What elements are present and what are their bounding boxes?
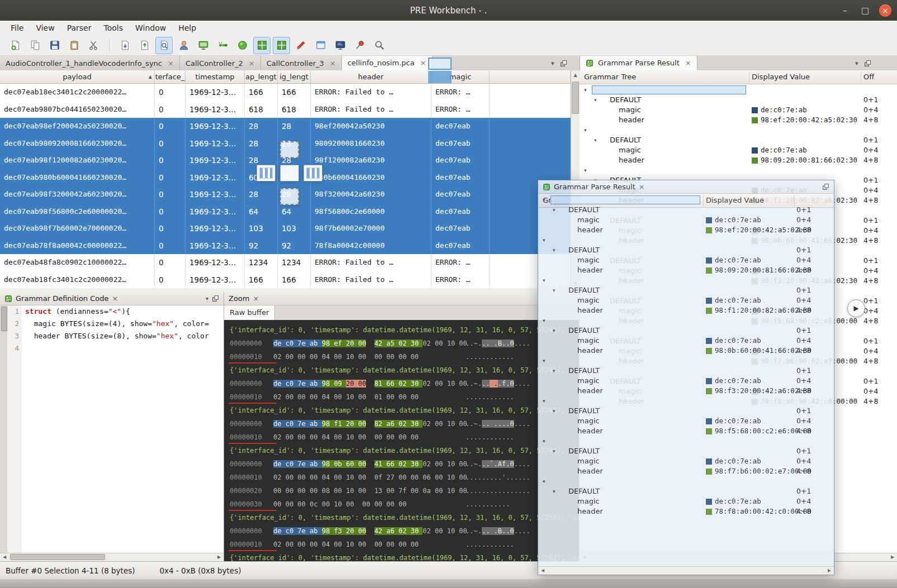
tree-row-magic[interactable]: magicde:c0:7e:ab0+4	[580, 145, 897, 155]
float-panel-icon[interactable]	[560, 60, 567, 67]
chevron-down-icon[interactable]: ▾	[553, 486, 556, 496]
hex-line[interactable]: 00000000de c0 7e ab 98 09 20 00 81 66 02…	[224, 377, 579, 390]
scroll-right-icon[interactable]: ▶	[215, 553, 224, 561]
scroll-right-icon[interactable]: ▶	[825, 567, 834, 574]
tree-row-magic[interactable]: magicde:c0:7e:ab0+4	[538, 416, 834, 426]
float-panel-icon[interactable]	[864, 60, 871, 67]
toolbar-parse-selection[interactable]	[273, 37, 290, 54]
chevron-down-icon[interactable]: ▾	[553, 406, 556, 416]
tree-row-header[interactable]: header98:ef:20:00:42:a5:02:304+8	[580, 115, 897, 125]
close-icon[interactable]: ×	[685, 59, 691, 67]
close-button[interactable]: ×	[879, 4, 891, 17]
chevron-down-icon[interactable]: ▾	[584, 125, 587, 135]
table-header-timestamp[interactable]: timestamp	[186, 70, 245, 84]
toolbar-run[interactable]	[234, 37, 251, 54]
hex-bytes[interactable]: 02 00 00 00 04 00 10 00 01 00 00 00	[273, 390, 419, 404]
hex-bytes[interactable]: 00 00 00 0c 00 10 00 00 00 00 00	[273, 498, 406, 511]
code-hscrollbar[interactable]: ◀ ▶	[0, 553, 224, 561]
hex-bytes[interactable]: de c0 7e ab 98 09 20 00 81 66 02 30 02 0…	[273, 377, 467, 390]
tree-row-magic[interactable]: magicde:c0:7e:ab0+4	[538, 295, 834, 305]
chevron-down-icon[interactable]: ▾	[553, 366, 556, 376]
hex-line[interactable]: 0000001002 00 00 00 04 00 10 00 01 00 00…	[224, 390, 579, 404]
float-panel-icon[interactable]	[822, 183, 829, 190]
hex-bytes[interactable]: de c0 7e ab 98 0b 60 00 41 66 02 30 02 0…	[273, 457, 467, 471]
tree-row-default[interactable]: ▾DEFAULT0+1	[538, 245, 834, 255]
tree-row-packet[interactable]: ▾	[538, 275, 834, 285]
tab-cellinfo_nosim.pca[interactable]: cellinfo_nosim.pca×	[342, 56, 433, 70]
close-icon[interactable]: ×	[330, 59, 336, 68]
tree-row-magic[interactable]: magicde:c0:7e:ab0+4	[538, 255, 834, 265]
toolbar-new-file[interactable]	[7, 37, 24, 54]
hex-bytes[interactable]: de c0 7e ab 98 f3 20 00 42 a6 02 30 02 0…	[273, 524, 467, 538]
scrollbar-thumb[interactable]	[10, 554, 105, 560]
chevron-down-icon[interactable]: ▾	[553, 205, 556, 215]
table-row[interactable]: dec07eab98f56800c2e60000020…01969-12-3…6…	[0, 203, 571, 221]
hex-line[interactable]: 0000001002 00 00 00 04 00 10 00 00 00 00…	[224, 350, 579, 364]
tree-row-header[interactable]: header98:f7:b6:00:02:e7:00:004+8	[538, 466, 834, 476]
menu-help[interactable]: Help	[172, 21, 202, 35]
tree-row-packet[interactable]: ▾	[580, 125, 897, 135]
tree-row-default[interactable]: ▾DEFAULT0+1	[538, 446, 834, 456]
hex-line[interactable]: 0000001002 00 00 00 04 00 10 00 00 00 00…	[224, 431, 579, 444]
toolbar-parse-all[interactable]	[253, 37, 270, 54]
panel-menu-icon[interactable]: ▾	[206, 295, 208, 302]
chevron-down-icon[interactable]: ▾	[543, 476, 545, 486]
tree-row-packet[interactable]: ▾	[538, 235, 834, 245]
chevron-down-icon[interactable]: ▾	[543, 235, 545, 245]
dock-guide-left[interactable]	[257, 165, 276, 181]
table-row[interactable]: dec07eab98ef200042a50230020…01969-12-3…2…	[0, 118, 571, 135]
toolbar-new-window[interactable]	[312, 37, 329, 54]
toolbar-user-profile[interactable]	[175, 37, 192, 54]
chevron-down-icon[interactable]: ▾	[543, 195, 545, 205]
table-row[interactable]: dec07eab78f8a00042c00000022…01969-12-3…9…	[0, 237, 571, 255]
tree-row-default[interactable]: ▾DEFAULT0+1	[538, 486, 834, 496]
menu-window[interactable]: Window	[129, 21, 172, 35]
chevron-down-icon[interactable]: ▾	[594, 95, 597, 105]
minimize-button[interactable]: –	[839, 4, 851, 17]
float-panel-icon[interactable]	[212, 295, 219, 302]
tree-row-default[interactable]: ▾DEFAULT0+1	[538, 285, 834, 295]
panel-titlebar[interactable]: Grammar Parse Result ×	[538, 180, 834, 194]
menu-tools[interactable]: Tools	[97, 21, 129, 35]
table-row[interactable]: dec07eab9807bc0441650230020…01969-12-3…6…	[0, 101, 571, 118]
close-icon[interactable]: ×	[168, 59, 174, 68]
table-row[interactable]: dec07eab18ec3401c2c20000022…01969-12-3…1…	[0, 84, 571, 101]
hex-dump-view[interactable]: {'interface_id': 0, 'timestamp': datetim…	[224, 320, 579, 561]
hex-line[interactable]: 0000003000 00 00 0c 00 10 00 00 00 00 00…	[224, 498, 579, 511]
menu-parser[interactable]: Parser	[61, 21, 98, 35]
hex-line[interactable]: 00000000de c0 7e ab 98 0b 60 00 41 66 02…	[224, 457, 579, 471]
menu-view[interactable]: View	[30, 21, 60, 35]
hex-bytes[interactable]: 00 00 00 00 08 00 10 00 13 00 7f 00 0a 0…	[273, 484, 467, 498]
tree-row-header[interactable]: header98:f5:68:00:c2:e6:00:004+8	[538, 426, 834, 436]
toolbar-parse-document[interactable]	[155, 37, 173, 54]
tree-row-packet[interactable]: ▾	[538, 476, 834, 486]
tree-row-default[interactable]: ▾DEFAULT0+1	[538, 366, 834, 376]
toolbar-copy[interactable]	[26, 37, 44, 54]
hex-bytes[interactable]: 02 00 00 00 04 00 10 00 0f 27 00 00 06 0…	[273, 471, 467, 484]
column-grammar-tree[interactable]: Grammar Tree	[584, 70, 636, 83]
code-editor[interactable]: 1234 struct (endianness="<"){ magic BYTE…	[0, 305, 224, 553]
tree-row-default[interactable]: ▾DEFAULT0+1	[538, 326, 834, 336]
table-row[interactable]: dec07eab18fc3401c2c20000022…01969-12-3…1…	[0, 271, 571, 289]
tree-row-default[interactable]: ▾DEFAULT0+1	[538, 406, 834, 416]
hex-bytes[interactable]: de c0 7e ab 98 ef 20 00 42 a5 02 30 02 0…	[273, 337, 467, 350]
hex-bytes[interactable]: 02 00 00 00 04 00 10 00 00 00 00 00	[273, 350, 419, 364]
column-separator[interactable]	[861, 71, 861, 83]
chevron-down-icon[interactable]: ▾	[553, 245, 556, 255]
chevron-down-icon[interactable]: ▾	[553, 446, 556, 456]
tab-AudioController_1_handleVocoderInfo_sync[interactable]: AudioController_1_handleVocoderInfo_sync…	[0, 56, 180, 70]
table-header-header[interactable]: header	[311, 70, 431, 84]
table-row[interactable]: dec07eab48fa8c0902c10000022…01969-12-3…1…	[0, 254, 571, 271]
hex-line[interactable]: 00000000de c0 7e ab 98 ef 20 00 42 a5 02…	[224, 337, 579, 350]
scroll-left-icon[interactable]: ◀	[538, 567, 547, 574]
table-header-terface_[interactable]: terface_	[155, 70, 186, 84]
tree-row-header[interactable]: header98:09:20:00:81:66:02:304+8	[580, 155, 897, 165]
code-text[interactable]: struct (endianness="<"){ magic BYTES(siz…	[22, 305, 224, 553]
close-icon[interactable]: ×	[112, 294, 118, 303]
chevron-down-icon[interactable]: ▾	[543, 396, 545, 406]
tab-list-icon[interactable]: ▾	[551, 60, 554, 67]
hex-line[interactable]: 0000001002 00 00 00 04 00 10 00 00 00 00…	[224, 538, 579, 551]
toolbar-annotate[interactable]	[292, 37, 310, 54]
tree-row-default[interactable]: ▾DEFAULT0+1	[538, 205, 834, 215]
scroll-right-icon[interactable]: ▶	[888, 553, 897, 561]
